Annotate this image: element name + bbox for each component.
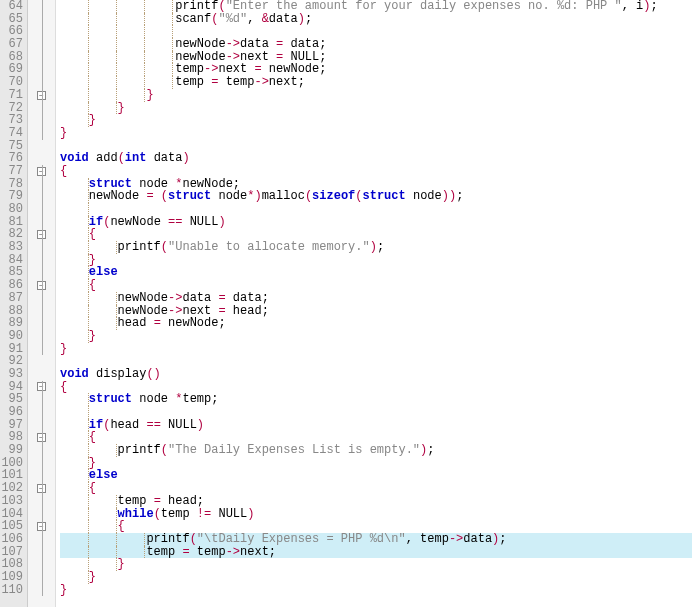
code-line[interactable]: }: [60, 89, 692, 102]
code-token: , i: [622, 0, 644, 13]
code-line[interactable]: printf("The Daily Expenses List is empty…: [60, 444, 692, 457]
code-editor: 6465666768697071727374757677787980818283…: [0, 0, 692, 607]
code-line[interactable]: printf("Unable to allocate memory.");: [60, 241, 692, 254]
code-area[interactable]: printf("Enter the amount for your daily …: [56, 0, 692, 607]
code-line[interactable]: }: [60, 343, 692, 356]
line-number: 74: [0, 127, 23, 140]
code-token: ->: [254, 75, 268, 89]
fold-cell: −: [28, 482, 55, 495]
code-token: malloc: [262, 189, 305, 203]
fold-cell: [28, 127, 55, 140]
line-number: 102: [0, 482, 23, 495]
fold-cell: [28, 190, 55, 203]
line-number: 99: [0, 444, 23, 457]
code-token: "The Daily Expenses List is empty.": [168, 443, 420, 457]
line-number: 83: [0, 241, 23, 254]
fold-cell: [28, 393, 55, 406]
code-token: ): [298, 12, 305, 26]
code-token: (): [146, 367, 160, 381]
fold-cell: [28, 343, 55, 356]
code-token: head: [110, 418, 146, 432]
code-token: ): [197, 418, 204, 432]
fold-cell: [28, 444, 55, 457]
code-token: next;: [269, 75, 305, 89]
fold-cell: [28, 114, 55, 127]
fold-cell: [28, 51, 55, 64]
code-line[interactable]: if(head == NULL): [60, 419, 692, 432]
code-token: temp;: [182, 392, 218, 406]
line-number: 80: [0, 203, 23, 216]
code-token: NULL: [161, 418, 197, 432]
fold-cell: [28, 38, 55, 51]
code-line[interactable]: }: [60, 584, 692, 597]
code-line[interactable]: scanf("%d", &data);: [60, 13, 692, 26]
code-token: node: [406, 189, 442, 203]
line-number: 90: [0, 330, 23, 343]
fold-cell: [28, 292, 55, 305]
code-line[interactable]: }: [60, 330, 692, 343]
line-number: 106: [0, 533, 23, 546]
code-line[interactable]: void display(): [60, 368, 692, 381]
fold-cell: [28, 571, 55, 584]
fold-cell: [28, 76, 55, 89]
code-line[interactable]: }: [60, 457, 692, 470]
code-token: sizeof: [312, 189, 355, 203]
code-token: , temp: [406, 532, 449, 546]
code-token: next;: [240, 545, 276, 559]
code-token: }: [60, 126, 67, 140]
code-token: struct: [363, 189, 406, 203]
code-line[interactable]: }: [60, 127, 692, 140]
code-token: data: [269, 12, 298, 26]
code-token: ,: [247, 12, 261, 26]
code-line[interactable]: }: [60, 558, 692, 571]
code-line[interactable]: newNode = (struct node*)malloc(sizeof(st…: [60, 190, 692, 203]
fold-cell: [28, 241, 55, 254]
code-line[interactable]: temp = temp->next;: [60, 546, 692, 559]
code-token: node: [132, 392, 175, 406]
fold-cell: [28, 0, 55, 13]
code-token: }: [89, 570, 96, 584]
code-token: (: [161, 189, 168, 203]
fold-cell: −: [28, 431, 55, 444]
code-line[interactable]: }: [60, 571, 692, 584]
code-token: int: [125, 151, 147, 165]
code-line[interactable]: else: [60, 266, 692, 279]
code-line[interactable]: while(temp != NULL): [60, 508, 692, 521]
code-token: ;: [456, 189, 463, 203]
code-token: scanf: [175, 12, 211, 26]
code-token: !=: [197, 507, 211, 521]
code-line[interactable]: temp = temp->next;: [60, 76, 692, 89]
code-token: ==: [168, 215, 182, 229]
fold-cell: [28, 216, 55, 229]
code-line[interactable]: }: [60, 114, 692, 127]
code-line[interactable]: }: [60, 254, 692, 267]
code-line[interactable]: else: [60, 469, 692, 482]
code-line[interactable]: void add(int data): [60, 152, 692, 165]
fold-cell: −: [28, 228, 55, 241]
code-token: "%d": [218, 12, 247, 26]
code-line[interactable]: }: [60, 102, 692, 115]
code-token: temp: [218, 75, 254, 89]
code-token: ->: [449, 532, 463, 546]
code-line[interactable]: head = newNode;: [60, 317, 692, 330]
line-number: 77: [0, 165, 23, 178]
fold-cell: −: [28, 89, 55, 102]
code-token: }: [60, 583, 67, 597]
code-line[interactable]: struct node *temp;: [60, 393, 692, 406]
fold-column: −−−−−−−−: [28, 0, 56, 607]
line-number: 71: [0, 89, 23, 102]
line-number: 86: [0, 279, 23, 292]
code-token: (: [118, 151, 125, 165]
code-line[interactable]: if(newNode == NULL): [60, 216, 692, 229]
code-token: }: [89, 329, 96, 343]
code-token: }: [118, 557, 125, 571]
code-token: [154, 189, 161, 203]
line-number: 87: [0, 292, 23, 305]
fold-cell: [28, 457, 55, 470]
code-token: ): [370, 240, 377, 254]
code-token: (: [161, 240, 168, 254]
fold-cell: [28, 355, 55, 368]
fold-cell: [28, 13, 55, 26]
fold-cell: [28, 152, 55, 165]
code-token: (: [154, 507, 161, 521]
